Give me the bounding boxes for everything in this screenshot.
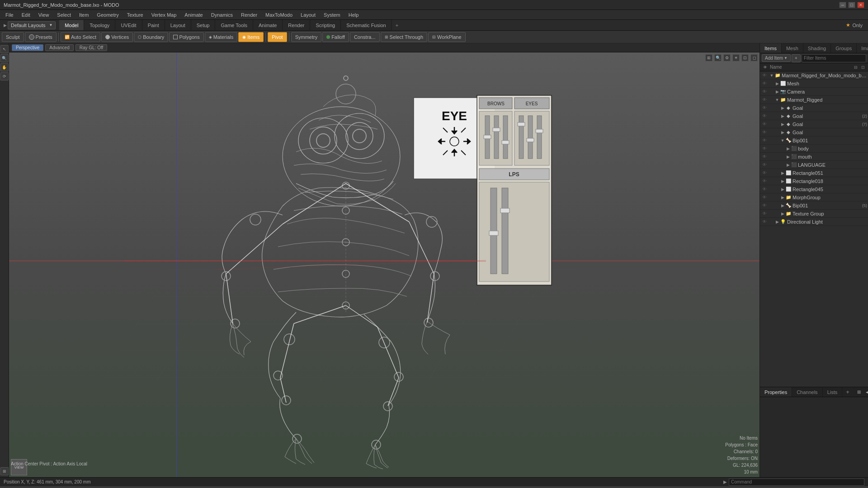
vp-icon-2[interactable]: 🔍: [714, 54, 722, 61]
expand-arrow-language[interactable]: ▶: [785, 163, 791, 167]
expand-arrow-root[interactable]: ▼: [769, 73, 774, 78]
tab-scripting[interactable]: Scripting: [310, 20, 341, 30]
visibility-eye-mesh[interactable]: 👁: [761, 80, 768, 87]
maximize-button[interactable]: □: [848, 2, 855, 8]
tab-schematic[interactable]: Schematic Fusion: [341, 20, 392, 30]
tree-item-bip001[interactable]: 👁▼🦴Bip001: [760, 136, 868, 145]
close-button[interactable]: ✕: [857, 2, 864, 8]
visibility-eye-goal4[interactable]: 👁: [761, 129, 768, 136]
left-tool-3[interactable]: ✋: [0, 63, 9, 71]
prop-collapse-icon[interactable]: ◂: [863, 388, 868, 396]
expand-arrow-marmot_rigged[interactable]: ▼: [774, 98, 780, 102]
tab-setup[interactable]: Setup: [191, 20, 216, 30]
expand-arrow-rect018[interactable]: ▶: [780, 179, 785, 183]
expand-arrow-morphgroup[interactable]: ▶: [780, 195, 785, 200]
menu-help[interactable]: Help: [345, 11, 363, 19]
expand-arrow-bip001[interactable]: ▼: [780, 138, 785, 143]
expand-arrow-goal3[interactable]: ▶: [780, 122, 785, 127]
expand-arrow-rect051[interactable]: ▶: [780, 171, 785, 175]
left-tool-bottom[interactable]: ⊞: [0, 467, 9, 475]
tab-lists[interactable]: Lists: [823, 387, 843, 397]
tab-uvedit[interactable]: UVEdit: [115, 20, 142, 30]
tree-item-mesh[interactable]: 👁▶⬜Mesh: [760, 80, 868, 88]
visibility-eye-bip001b[interactable]: 👁: [761, 202, 768, 209]
visibility-eye-texturegroup[interactable]: 👁: [761, 210, 768, 217]
only-button[interactable]: ★ Only: [840, 20, 868, 30]
left-tool-1[interactable]: ↖: [0, 45, 9, 53]
menu-geometry[interactable]: Geometry: [93, 11, 122, 19]
tree-item-texturegroup[interactable]: 👁▶📁Texture Group: [760, 210, 868, 218]
tree-item-marmot_rigged[interactable]: 👁▼📁Marmot_Rigged: [760, 96, 868, 104]
expand-arrow-camera[interactable]: ▶: [774, 89, 780, 94]
expand-arrow-dirlight[interactable]: ▶: [774, 220, 780, 224]
expand-arrow-goal4[interactable]: ▶: [780, 130, 785, 135]
tree-item-dirlight[interactable]: 👁▶💡Directional Light: [760, 218, 868, 226]
tree-item-goal4[interactable]: 👁▶◆Goal: [760, 128, 868, 136]
tab-render[interactable]: Render: [283, 20, 310, 30]
menu-animate[interactable]: Animate: [181, 11, 206, 19]
add-properties-tab-button[interactable]: +: [842, 387, 853, 397]
items-toolbar-icon1[interactable]: +: [792, 54, 801, 62]
sculpt-button[interactable]: Sculpt: [2, 32, 24, 42]
tree-view[interactable]: 👁▼📁Marmot_Rigged_for_Modo_modo_ba...👁▶⬜M…: [760, 71, 868, 387]
tree-item-mouth[interactable]: 👁▶⬛mouth: [760, 153, 868, 161]
add-item-button[interactable]: Add Item ▼: [762, 54, 791, 62]
col-icon-2[interactable]: ⊡: [860, 64, 866, 70]
menu-edit[interactable]: Edit: [18, 11, 34, 19]
col-icon-1[interactable]: ⊟: [853, 64, 859, 70]
tab-items[interactable]: Items: [760, 43, 782, 53]
symmetry-button[interactable]: Symmetry: [291, 32, 322, 42]
advanced-button[interactable]: Advanced: [45, 44, 73, 51]
vertices-button[interactable]: Vertices: [101, 32, 133, 42]
menu-item[interactable]: Item: [75, 11, 92, 19]
visibility-eye-morphgroup[interactable]: 👁: [761, 194, 768, 201]
visibility-eye-body[interactable]: 👁: [761, 145, 768, 152]
menu-render[interactable]: Render: [237, 11, 261, 19]
minimize-button[interactable]: ─: [839, 2, 846, 8]
expand-arrow-goal2[interactable]: ▶: [780, 114, 785, 118]
vp-icon-1[interactable]: ⊞: [705, 54, 712, 61]
expand-arrow-mesh[interactable]: ▶: [774, 81, 780, 86]
polygons-button[interactable]: Polygons: [169, 32, 203, 42]
boundary-button[interactable]: ⬡ Boundary: [134, 32, 168, 42]
menu-maxtomodo[interactable]: MaxToModo: [262, 11, 296, 19]
presets-button[interactable]: Presets: [25, 32, 57, 42]
tab-channels[interactable]: Channels: [792, 387, 822, 397]
menu-file[interactable]: File: [2, 11, 17, 19]
prop-expand-icon[interactable]: ⊞: [855, 388, 863, 396]
viewport-canvas[interactable]: EYE: [9, 52, 760, 477]
menu-system[interactable]: System: [320, 11, 344, 19]
visibility-eye-bip001[interactable]: 👁: [761, 137, 768, 144]
tab-topology[interactable]: Topology: [84, 20, 115, 30]
add-tab-button[interactable]: +: [392, 20, 402, 30]
menu-view[interactable]: View: [35, 11, 53, 19]
tree-item-rect045[interactable]: 👁▶⬜Rectangle045: [760, 185, 868, 193]
command-input[interactable]: [729, 479, 864, 486]
filter-items-input[interactable]: [802, 54, 866, 62]
tree-item-goal1[interactable]: 👁▶◆Goal: [760, 104, 868, 112]
select-through-button[interactable]: ⊞ Select Through: [381, 32, 427, 42]
tree-item-body[interactable]: 👁▶⬛body: [760, 145, 868, 153]
tree-item-rect051[interactable]: 👁▶⬜Rectangle051: [760, 169, 868, 177]
tab-properties[interactable]: Properties: [760, 387, 792, 397]
workplane-button[interactable]: ⊟ WorkPlane: [428, 32, 466, 42]
items-button[interactable]: ◉ Items: [238, 32, 264, 42]
visibility-eye-rect045[interactable]: 👁: [761, 186, 768, 193]
menu-vertexmap[interactable]: Vertex Map: [148, 11, 180, 19]
visibility-eye-root[interactable]: 👁: [761, 72, 768, 79]
tab-layout[interactable]: Layout: [165, 20, 191, 30]
visibility-eye-goal3[interactable]: 👁: [761, 121, 768, 128]
left-tool-4[interactable]: ⟳: [0, 72, 9, 80]
vp-icon-6[interactable]: ◻: [750, 54, 758, 61]
tab-shading[interactable]: Shading: [803, 43, 831, 53]
tree-item-goal2[interactable]: 👁▶◆Goal(2): [760, 112, 868, 120]
visibility-eye-mouth[interactable]: 👁: [761, 153, 768, 160]
tab-gametools[interactable]: Game Tools: [215, 20, 253, 30]
tree-item-goal3[interactable]: 👁▶◆Goal(7): [760, 120, 868, 128]
tree-item-morphgroup[interactable]: 👁▶📁MorphGroup: [760, 193, 868, 202]
ray-gl-button[interactable]: Ray GL: Off: [75, 44, 108, 51]
vp-icon-5[interactable]: ⊡: [741, 54, 749, 61]
pivot-button[interactable]: Pivot: [268, 32, 287, 42]
tab-images[interactable]: Images: [857, 43, 868, 53]
visibility-eye-marmot_rigged[interactable]: 👁: [761, 96, 768, 103]
